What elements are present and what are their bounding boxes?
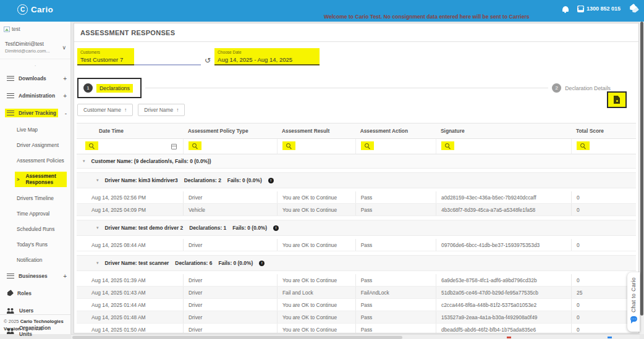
- search-icon[interactable]: [189, 141, 201, 150]
- cell-signature: 153527a9-2eaa-4a1a-b30a-f492908a0f49: [436, 311, 571, 323]
- sidebar-item-driver-tracking[interactable]: Driver Tracking-: [0, 104, 70, 122]
- sidebar-item-label: Downloads: [19, 75, 46, 82]
- export-button[interactable]: [607, 91, 627, 108]
- sidebar-item-businesses[interactable]: Businesses+: [0, 267, 70, 285]
- sort-driver-name-button[interactable]: Driver Name ↑: [138, 104, 185, 116]
- sidebar-item-scheduled-runs[interactable]: Scheduled Runs: [0, 221, 70, 236]
- col-assessment-result[interactable]: Assessment Result: [277, 123, 355, 138]
- chat-to-cario-tab[interactable]: Chat to Cario: [627, 272, 640, 332]
- col-date-time[interactable]: Date Time: [77, 123, 183, 138]
- cell-assessment-action: Pass: [355, 311, 436, 323]
- collapse-caret-icon[interactable]: ▾: [96, 261, 99, 266]
- menu-icon: [7, 111, 14, 115]
- search-icon[interactable]: [577, 141, 590, 150]
- sidebar-item-label: Assessment Responses: [25, 173, 65, 186]
- filter-assessment-action[interactable]: [355, 139, 436, 154]
- sidebar-item-notification[interactable]: Notification: [0, 252, 70, 267]
- table-row[interactable]: Aug 14, 2025 04:09 PMVehicleYou are OK t…: [77, 204, 636, 216]
- notifications-bell-icon[interactable]: [562, 6, 569, 12]
- filter-policy-type[interactable]: [183, 139, 277, 154]
- cell-date-time: Aug 14, 2025 08:44 AM: [77, 239, 183, 251]
- stepper-connector: [145, 88, 548, 88]
- table-row[interactable]: Aug 14, 2025 08:44 AMDriverYou are OK to…: [77, 239, 636, 251]
- sidebar-item-administration[interactable]: Administration+: [0, 87, 70, 104]
- collapse-caret-icon[interactable]: ▾: [96, 225, 99, 230]
- active-item-arrow-icon: >: [17, 177, 19, 182]
- vertical-scrollbar-thumb[interactable]: [640, 22, 643, 316]
- tags-icon[interactable]: [629, 5, 638, 12]
- sidebar-item-driver-assignment[interactable]: Driver Assignment: [0, 137, 70, 153]
- clipped-content-artifact: [608, 337, 612, 338]
- table-row[interactable]: Aug 14, 2025 01:50 AMDriverYou are OK to…: [77, 324, 636, 333]
- menu-icon: [7, 76, 14, 81]
- cario-logo[interactable]: C Cario: [17, 4, 53, 15]
- sidebar-item-live-map[interactable]: Live Map: [0, 122, 70, 137]
- col-assessment-action[interactable]: Assessment Action: [355, 123, 436, 138]
- chevron-down-icon[interactable]: ∨: [62, 44, 66, 51]
- info-icon[interactable]: !: [273, 225, 279, 231]
- horizontal-scrollbar[interactable]: [71, 334, 640, 339]
- table-row[interactable]: Aug 14, 2025 01:44 AMDriverYou are OK to…: [77, 299, 636, 311]
- customers-select[interactable]: Customers Test Customer 7: [77, 48, 201, 65]
- customers-value: Test Customer 7: [80, 56, 131, 63]
- cell-assessment-action: Pass: [355, 324, 436, 333]
- vertical-scrollbar[interactable]: [640, 22, 644, 334]
- menu-icon: [7, 93, 14, 98]
- date-range-picker[interactable]: Choose Date Aug 14, 2025 - Aug 14, 2025: [214, 48, 320, 65]
- sidebar-item-roles[interactable]: Roles: [0, 285, 70, 302]
- col-signature[interactable]: Signature: [436, 123, 571, 138]
- support-phone[interactable]: ☎ 1300 852 015: [577, 6, 621, 12]
- search-icon[interactable]: [85, 141, 98, 150]
- sidebar-item-drivers-timeline[interactable]: Drivers Timeline: [0, 190, 70, 206]
- table-row[interactable]: Aug 14, 2025 01:39 AMDriverYou are OK to…: [77, 274, 636, 287]
- sidebar-item-label: Drivers Timeline: [17, 195, 54, 201]
- expand-icon[interactable]: +: [63, 93, 67, 99]
- sidebar-item-downloads[interactable]: Downloads+: [0, 70, 70, 87]
- filter-date-time[interactable]: [77, 139, 183, 154]
- filter-total-score[interactable]: [571, 139, 636, 154]
- collapse-icon[interactable]: -: [65, 110, 67, 117]
- driver-group-row[interactable]: ▾Driver Name: kim3 kimdriver3Declaration…: [77, 172, 636, 188]
- table-row[interactable]: Aug 14, 2025 02:56 PMDriverYou are OK to…: [77, 191, 636, 204]
- sidebar-item-label: Live Map: [17, 127, 38, 133]
- sidebar-item-assessment-policies[interactable]: Assessment Policies: [0, 153, 70, 168]
- customer-group-row[interactable]: ▾Customer Name: (9 declaration/s, Fails:…: [77, 154, 636, 169]
- sidebar-footer: © 2025 Cario Technologies Version 13.71.…: [0, 314, 70, 332]
- step-declarations[interactable]: 1 Declarations: [77, 78, 142, 98]
- driver-group-row[interactable]: ▾Driver Name: test scannerDeclarations: …: [77, 255, 636, 271]
- col-assessment-policy-type[interactable]: Assessment Policy Type: [183, 123, 277, 138]
- col-total-score[interactable]: Total Score: [571, 123, 636, 138]
- collapse-caret-icon[interactable]: ▾: [96, 178, 99, 183]
- driver-group-row[interactable]: ▾Driver Name: test demo driver 2Declarat…: [77, 220, 636, 236]
- sort-customer-name-button[interactable]: Customer Name ↑: [77, 104, 133, 116]
- info-icon[interactable]: !: [259, 261, 265, 266]
- filter-assessment-result[interactable]: [277, 139, 355, 154]
- calendar-icon[interactable]: [171, 144, 177, 149]
- filter-signature[interactable]: [436, 139, 571, 154]
- sidebar-item-time-approval[interactable]: Time Approval: [0, 206, 70, 221]
- horizontal-scrollbar-thumb[interactable]: [72, 336, 402, 339]
- sidebar-item-today-s-runs[interactable]: Today's Runs: [0, 236, 70, 252]
- reset-date-icon[interactable]: ↺: [203, 56, 212, 65]
- table-row[interactable]: Aug 14, 2025 01:48 AMDriverYou are OK to…: [77, 311, 636, 324]
- cell-date-time: Aug 14, 2025 01:50 AM: [77, 324, 183, 333]
- search-icon[interactable]: [361, 141, 374, 150]
- user-account-block[interactable]: Test\Dimitri@test Dimitrid@cario.com... …: [0, 36, 70, 59]
- expand-icon[interactable]: +: [63, 273, 67, 280]
- search-icon[interactable]: [282, 141, 295, 150]
- search-icon[interactable]: [441, 141, 454, 150]
- brand-name: Cario: [31, 5, 53, 14]
- workspace-item[interactable]: test: [0, 22, 70, 36]
- collapse-caret-icon[interactable]: ▾: [83, 159, 85, 164]
- expand-icon[interactable]: +: [63, 75, 67, 82]
- sidebar: test Test\Dimitri@test Dimitrid@cario.co…: [0, 22, 71, 334]
- cell-policy-type: Driver: [183, 239, 277, 251]
- info-icon[interactable]: !: [268, 178, 274, 183]
- table-row[interactable]: Aug 14, 2025 01:43 AMDriverFail and Lock…: [77, 287, 636, 299]
- sidebar-item-assessment-responses[interactable]: >Assessment Responses: [0, 168, 70, 190]
- group-label: Fails: 0 (0.0%): [232, 225, 267, 231]
- cell-assessment-result: You are OK to Continue: [277, 274, 355, 286]
- cell-assessment-result: You are OK to Continue: [277, 204, 355, 216]
- version-number: 13.71.031: [22, 326, 43, 332]
- group-label: Declarations: 6: [175, 260, 212, 266]
